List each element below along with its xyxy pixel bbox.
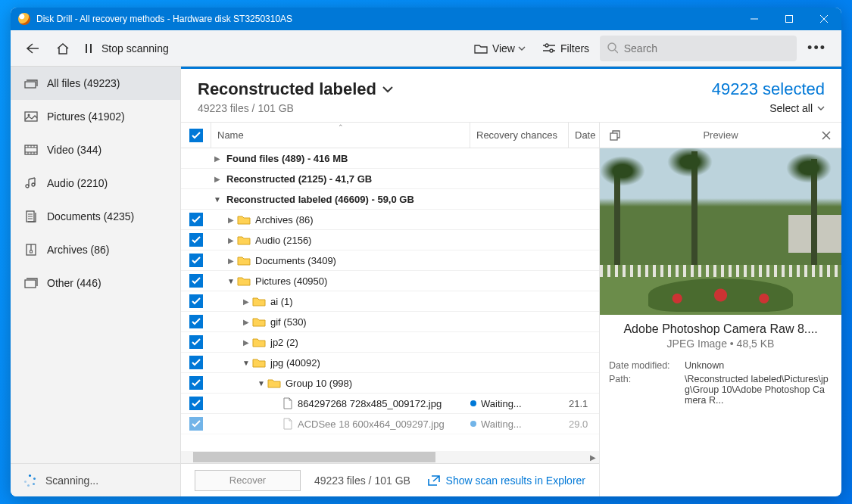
search-input[interactable] <box>624 42 789 54</box>
checkbox[interactable] <box>189 417 203 431</box>
sidebar-item-archives[interactable]: Archives (86) <box>11 233 180 266</box>
minimize-button[interactable] <box>737 8 772 30</box>
checkbox[interactable] <box>189 233 203 247</box>
path-value: \Reconstructed labeled\Pictures\jpg\Grou… <box>685 374 832 406</box>
preview-filename: Adobe Photoshop Camera Raw 8.... <box>600 322 841 336</box>
checkbox[interactable] <box>189 294 203 308</box>
body: All files (49223) Pictures (41902) Video… <box>11 67 841 496</box>
table-row[interactable]: ACDSee 18 600x464_009297.jpg Waiting... … <box>181 414 599 434</box>
header-subtitle: 49223 files / 101 GB <box>198 102 712 114</box>
table-row[interactable]: ▼ jpg (40092) <box>181 353 599 373</box>
file-list: Name⌃ Recovery chances Date ▶ Found file… <box>181 123 599 496</box>
svg-line-2 <box>820 15 828 23</box>
expand-icon[interactable]: ▶ <box>211 154 223 163</box>
sidebar-item-video[interactable]: Video (344) <box>11 133 180 166</box>
checkbox[interactable] <box>189 356 203 369</box>
horizontal-scrollbar[interactable]: ▶ <box>181 451 599 463</box>
scroll-right-icon[interactable]: ▶ <box>587 453 599 462</box>
spinner-icon <box>24 474 36 487</box>
sidebar-item-documents[interactable]: Documents (4235) <box>11 200 180 233</box>
popout-button[interactable] <box>607 130 623 141</box>
recover-button[interactable]: Recover <box>195 470 301 491</box>
table-row[interactable]: ▼ Reconstructed labeled (46609) - 59,0 G… <box>181 189 599 210</box>
table-row[interactable]: ▶ gif (530) <box>181 312 599 332</box>
sidebar-item-pictures[interactable]: Pictures (41902) <box>11 100 180 133</box>
chevron-down-icon <box>518 45 526 51</box>
table-row[interactable]: ▼ Group 10 (998) <box>181 373 599 394</box>
header-checkbox[interactable] <box>181 123 211 148</box>
breadcrumb-title[interactable]: Reconstructed labeled <box>198 79 712 99</box>
sidebar-item-other[interactable]: Other (446) <box>11 266 180 300</box>
svg-line-11 <box>615 50 618 53</box>
folder-icon <box>237 235 251 245</box>
search-box[interactable] <box>600 36 797 61</box>
scrollbar-thumb[interactable] <box>193 452 435 462</box>
folder-icon <box>267 378 281 388</box>
table-row[interactable]: 864297268 728x485_009172.jpg Waiting... … <box>181 394 599 414</box>
table-row[interactable]: ▶ ai (1) <box>181 291 599 312</box>
filters-button[interactable]: Filters <box>536 35 595 62</box>
table-row[interactable]: ▶ Audio (2156) <box>181 230 599 250</box>
toolbar: Stop scanning View Filters ••• <box>11 30 841 67</box>
table-row[interactable]: ▶ Documents (3409) <box>181 250 599 271</box>
footer: Recover 49223 files / 101 GB Show scan r… <box>181 463 599 496</box>
stop-scanning-button[interactable]: Stop scanning <box>80 35 179 62</box>
expand-icon[interactable]: ▶ <box>240 318 252 326</box>
view-label: View <box>492 42 515 54</box>
status-dot-icon <box>470 400 476 406</box>
collapse-icon[interactable]: ▼ <box>211 195 223 204</box>
svg-point-25 <box>32 183 35 186</box>
close-preview-button[interactable] <box>819 131 834 140</box>
table-row[interactable]: ▶ Found files (489) - 416 MB <box>181 148 599 169</box>
folder-icon <box>237 275 251 286</box>
other-icon <box>24 277 38 289</box>
expand-icon[interactable]: ▶ <box>225 257 237 265</box>
expand-icon[interactable]: ▶ <box>240 297 252 306</box>
more-button[interactable]: ••• <box>801 35 832 62</box>
svg-rect-35 <box>610 133 617 140</box>
checkbox[interactable] <box>189 213 203 226</box>
view-button[interactable]: View <box>468 35 532 62</box>
column-name[interactable]: Name⌃ <box>211 123 470 148</box>
collapse-icon[interactable]: ▼ <box>225 277 237 285</box>
close-button[interactable] <box>807 8 841 30</box>
column-date[interactable]: Date <box>569 123 599 148</box>
table-row[interactable]: ▶ jp2 (2) <box>181 332 599 353</box>
checkbox[interactable] <box>189 335 203 349</box>
main-header: Reconstructed labeled 49223 files / 101 … <box>181 69 841 122</box>
document-icon <box>24 210 38 222</box>
pause-icon <box>85 43 92 54</box>
sidebar-item-label: All files (49223) <box>47 77 120 89</box>
select-all-button[interactable]: Select all <box>712 102 825 114</box>
expand-icon[interactable]: ▶ <box>225 216 237 224</box>
checkbox[interactable] <box>189 254 203 267</box>
checkbox[interactable] <box>189 397 203 410</box>
table-row[interactable]: ▶ Reconstructed (2125) - 41,7 GB <box>181 169 599 189</box>
expand-icon[interactable]: ▶ <box>240 338 252 347</box>
checkbox[interactable] <box>189 376 203 390</box>
sidebar-item-label: Other (446) <box>47 277 101 289</box>
selected-count: 49223 selected <box>712 79 825 99</box>
sidebar: All files (49223) Pictures (41902) Video… <box>11 67 181 496</box>
open-external-icon <box>428 475 440 486</box>
sidebar-item-all-files[interactable]: All files (49223) <box>11 67 180 100</box>
sidebar-item-label: Audio (2210) <box>47 177 108 189</box>
status-label: Scanning... <box>45 474 98 487</box>
collapse-icon[interactable]: ▼ <box>255 379 267 387</box>
collapse-icon[interactable]: ▼ <box>240 359 252 367</box>
expand-icon[interactable]: ▶ <box>211 175 223 183</box>
column-recovery[interactable]: Recovery chances <box>470 123 569 148</box>
table-row[interactable]: ▼ Pictures (40950) <box>181 271 599 291</box>
maximize-button[interactable] <box>772 8 807 30</box>
expand-icon[interactable]: ▶ <box>225 236 237 244</box>
home-button[interactable] <box>50 35 76 62</box>
back-button[interactable] <box>20 35 45 62</box>
picture-icon <box>24 110 38 123</box>
filters-label: Filters <box>560 42 589 54</box>
show-in-explorer-link[interactable]: Show scan results in Explorer <box>428 474 585 487</box>
table-row[interactable]: ▶ Archives (86) <box>181 210 599 230</box>
checkbox[interactable] <box>189 315 203 328</box>
sidebar-item-audio[interactable]: Audio (2210) <box>11 166 180 200</box>
svg-rect-1 <box>786 16 793 23</box>
checkbox[interactable] <box>189 274 203 288</box>
